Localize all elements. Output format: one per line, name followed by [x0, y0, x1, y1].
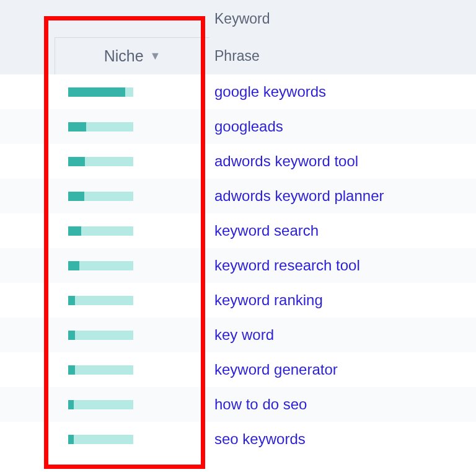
niche-bar — [68, 192, 133, 201]
phrase-link[interactable]: keyword ranking — [209, 292, 323, 309]
phrase-link[interactable]: adwords keyword planner — [209, 187, 384, 205]
table-row: adwords keyword tool — [0, 144, 476, 179]
niche-bar-fill — [68, 400, 74, 409]
niche-bar — [68, 157, 133, 166]
niche-bar — [68, 122, 133, 131]
column-group-header: Keyword — [214, 11, 270, 27]
table-row: keyword generator — [0, 352, 476, 387]
phrase-link[interactable]: google keywords — [209, 83, 326, 100]
phrase-column-header[interactable]: Phrase — [214, 48, 260, 64]
niche-bar-fill — [68, 261, 79, 270]
niche-bar — [68, 435, 133, 444]
phrase-link[interactable]: keyword search — [209, 222, 319, 239]
niche-bar — [68, 226, 133, 236]
keyword-table: Keyword Niche ▼ Phrase google keywordsgo… — [0, 0, 476, 456]
niche-bar-fill — [68, 331, 75, 340]
niche-bar-fill — [68, 365, 75, 375]
niche-bar-fill — [68, 122, 86, 131]
table-row: key word — [0, 318, 476, 352]
table-row: keyword ranking — [0, 283, 476, 318]
phrase-link[interactable]: keyword research tool — [209, 257, 360, 274]
table-row: google keywords — [0, 74, 476, 109]
table-row: keyword search — [0, 213, 476, 248]
phrase-link[interactable]: googleads — [209, 118, 283, 135]
header-row-group: Keyword — [0, 0, 476, 37]
phrase-link[interactable]: key word — [209, 326, 274, 344]
table-row: googleads — [0, 109, 476, 144]
header-row-columns: Niche ▼ Phrase — [0, 37, 476, 74]
niche-bar — [68, 296, 133, 305]
sort-desc-icon: ▼ — [150, 50, 161, 63]
niche-bar-fill — [68, 192, 84, 201]
phrase-link[interactable]: how to do seo — [209, 396, 307, 413]
niche-bar — [68, 261, 133, 270]
niche-bar-fill — [68, 435, 74, 444]
phrase-link[interactable]: seo keywords — [209, 430, 306, 448]
niche-bar-fill — [68, 226, 81, 236]
niche-bar — [68, 331, 133, 340]
niche-header-label: Niche — [104, 47, 144, 65]
niche-bar-fill — [68, 87, 125, 97]
table-row: how to do seo — [0, 387, 476, 422]
table-row: adwords keyword planner — [0, 179, 476, 213]
phrase-link[interactable]: adwords keyword tool — [209, 153, 358, 170]
niche-bar-fill — [68, 157, 85, 166]
niche-column-header[interactable]: Niche ▼ — [55, 37, 209, 74]
niche-bar — [68, 400, 133, 409]
table-row: seo keywords — [0, 422, 476, 456]
niche-bar — [68, 87, 133, 97]
niche-bar-fill — [68, 296, 75, 305]
niche-bar — [68, 365, 133, 375]
table-row: keyword research tool — [0, 248, 476, 283]
phrase-link[interactable]: keyword generator — [209, 361, 338, 378]
